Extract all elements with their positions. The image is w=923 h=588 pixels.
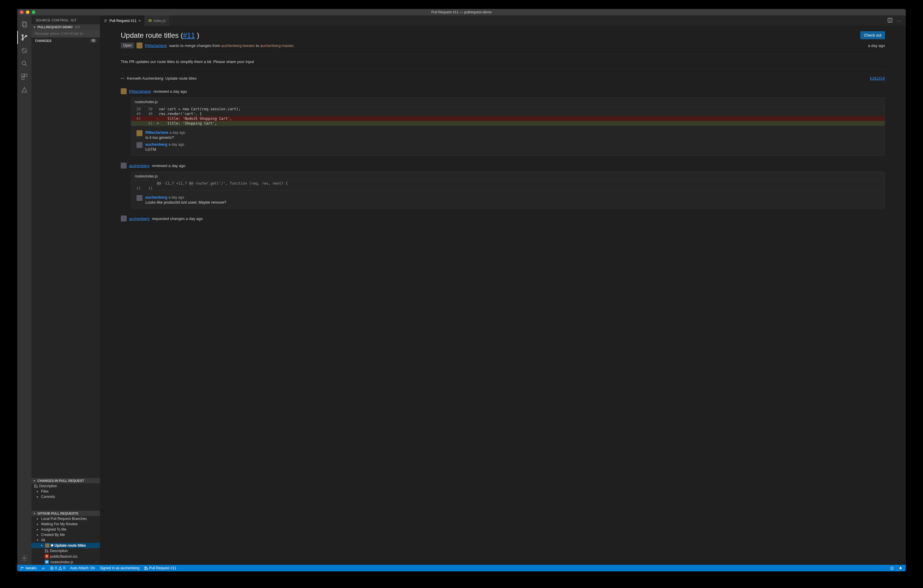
diff-table: @@ -11,7 +11,7 @@ router.get('/', functi… [131,181,885,191]
status-pullrequest[interactable]: Pull Request #11 [143,566,178,570]
status-signedin[interactable]: Signed in as auchenberg [99,566,141,570]
ghpr-pr-item-selected[interactable]: ▾ ✱ Update route titles [31,543,100,548]
debug-icon[interactable] [17,44,31,57]
pr-author-link[interactable]: RMacfarlane [145,43,167,48]
window-minimize-button[interactable] [26,10,30,14]
azure-icon[interactable] [17,83,31,96]
avatar [136,142,143,148]
svg-point-11 [34,485,36,486]
window-close-button[interactable] [20,10,23,14]
inline-comment: auchenberga day ago LGTM [136,141,885,153]
status-sync[interactable] [40,566,47,570]
tab-label: Pull Request #11 [109,19,136,23]
svg-point-16 [47,552,48,553]
repo-header[interactable]: ▾ PULLREQUEST-DEMO GIT [31,25,100,30]
git-pull-request-icon [34,484,38,488]
tab-pull-request[interactable]: Pull Request #11 × [100,15,145,26]
ghpr-waiting[interactable]: ▸Waiting For My Review [31,521,100,527]
comment-body: Looks like productId isnt used. Maybe re… [145,200,226,205]
search-icon[interactable] [17,57,31,70]
ghpr-pr-description[interactable]: Description [31,548,100,554]
explorer-icon[interactable] [17,18,31,31]
inline-comment: RMacfarlanea day ago Is it too generic? [136,129,885,141]
signedin-label: Signed in as auchenberg [100,566,140,570]
tree-label: public/favicon.ico [50,554,77,558]
source-control-icon[interactable] [17,31,31,44]
extensions-icon[interactable] [17,70,31,83]
pr-content: Update route titles (#11 ) Check out Ope… [100,26,906,565]
status-problems[interactable]: 0 0 [48,566,67,570]
branch-to: auchenberg:master [260,43,293,48]
svg-point-15 [45,552,46,553]
split-editor-icon[interactable] [887,18,893,24]
chevron-down-icon: ▾ [37,539,40,542]
settings-icon[interactable] [17,552,31,565]
reviewer-link[interactable]: auchenberg [129,164,149,168]
pr-meta-text: wants to merge changes from auchenberg:t… [169,43,294,48]
sidebar-title: SOURCE CONTROL: GIT [31,15,100,25]
pr-commits-item[interactable]: ▸ Commits [31,494,100,499]
changes-row[interactable]: CHANGES 0 [31,38,100,44]
pr-description: This PR updates our route titles to simp… [121,59,885,64]
comment-author[interactable]: auchenberg [145,142,168,146]
chevron-right-icon: ▸ [37,533,40,536]
avatar [121,88,126,94]
tree-label: Local Pull Request Branches [41,517,87,521]
ghpr-header[interactable]: ▾ GITHUB PULL REQUESTS [31,511,100,516]
commit-row: ⊷ Kenneth Auchenberg: Update route title… [121,75,885,82]
git-pull-request-icon [44,549,49,553]
comment-time: a day ago [169,142,184,146]
pr-files-item[interactable]: ▸ Files [31,489,100,494]
window-title: Pull Request #11 — pullrequest-demo [432,10,492,14]
tab-indexjs[interactable]: JS index.js [145,15,169,26]
diff-deleted-badge: D [44,554,49,558]
svg-point-24 [891,568,892,568]
tree-label: routes/index.js [50,560,73,564]
commit-message-input-wrap [31,30,100,38]
warning-count: 0 [63,566,66,570]
diff-row-deleted: 41- title: 'NodeJS Shopping Cart', [131,116,885,121]
diff-hunk-header: @@ -11,7 +11,7 @@ router.get('/', functi… [131,181,885,186]
pr-number-link[interactable]: #11 [183,31,195,39]
pr-time: a day ago [868,43,885,48]
status-notifications[interactable] [897,566,904,570]
pr-title: Update route titles (#11 ) [121,31,860,39]
comment-author[interactable]: auchenberg [145,195,168,199]
more-actions-icon[interactable]: ··· [897,18,902,23]
comment-time: a day ago [169,130,185,135]
comment-author[interactable]: RMacfarlane [145,130,168,135]
svg-point-10 [23,557,25,559]
pr-changes-header[interactable]: ▾ CHANGES IN PULL REQUEST [31,478,100,483]
pr-state-badge: Open [121,43,134,48]
tab-actions: ··· [887,15,906,26]
ghpr-assigned[interactable]: ▸Assigned To Me [31,527,100,532]
status-branch[interactable]: tweaks [19,566,38,570]
avatar [136,130,143,136]
commit-sha-link[interactable]: b282d10 [870,76,885,80]
window-zoom-button[interactable] [32,10,35,14]
commit-message-input[interactable] [31,30,100,38]
pr-meta: Open RMacfarlane wants to merge changes … [121,43,885,48]
pr-changes-header-label: CHANGES IN PULL REQUEST [38,479,84,483]
ghpr-local-branches[interactable]: ▸Local Pull Request Branches [31,516,100,521]
comment-body: LGTM [145,147,184,152]
status-autoattach[interactable]: Auto Attach: On [69,566,97,570]
status-feedback[interactable] [889,566,895,570]
svg-point-3 [22,39,23,40]
activity-bar [17,15,31,565]
ghpr-all[interactable]: ▾All [31,537,100,543]
pr-title-suffix: ) [195,31,199,39]
checkout-button[interactable]: Check out [860,31,885,39]
svg-point-4 [26,35,27,37]
reviewer-link[interactable]: RMacfarlane [129,89,151,94]
pr-description-item[interactable]: Description [31,483,100,489]
ghpr-file-favicon[interactable]: D public/favicon.ico [31,554,100,559]
ghpr-file-indexjs[interactable]: M routes/index.js ⋯ [31,559,100,565]
comment-time: a day ago [169,195,184,199]
chevron-right-icon: ▸ [37,517,40,520]
close-icon[interactable]: × [138,18,141,23]
reviewer-link[interactable]: auchenberg [129,217,149,221]
avatar [121,163,126,169]
svg-point-13 [36,487,38,488]
ghpr-created[interactable]: ▸Created By Me [31,532,100,537]
